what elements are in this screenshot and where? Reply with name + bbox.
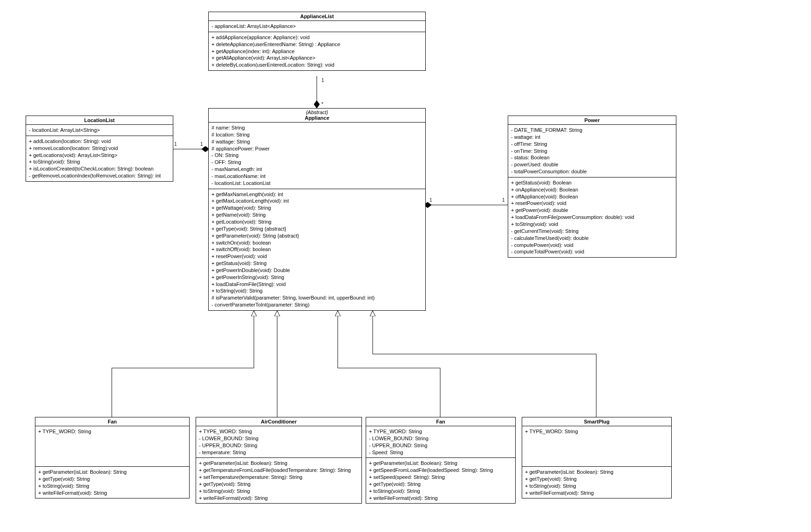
op-row: + getWattage(void): String bbox=[211, 205, 423, 211]
op-row: - convertParameterToInt(parameter: Strin… bbox=[211, 301, 423, 308]
class-appliancelist-title: ApplianceList bbox=[209, 12, 425, 21]
attr-row: - applianceList: ArrayList<Appliance> bbox=[211, 23, 423, 30]
attr-row: # location: String bbox=[211, 131, 423, 138]
op-row: + switchOn(void): boolean bbox=[211, 239, 423, 246]
attr-row: - LOWER_BOUND: String bbox=[199, 435, 359, 442]
class-fan2-title: Fan bbox=[366, 417, 515, 426]
attr-row: # appliancePower: Power bbox=[211, 145, 423, 152]
op-row: + getAppliance(index: int): Appliance bbox=[211, 48, 423, 55]
class-locationlist-attrs: - locationList: ArrayList<String> bbox=[26, 125, 173, 136]
op-row: + getType(void): String {abstract} bbox=[211, 225, 423, 232]
attr-row: # wattage: String bbox=[211, 138, 423, 145]
op-row: + loadDataFromFile(powerConsumption: dou… bbox=[511, 214, 673, 221]
op-row: + getType(void): String bbox=[525, 476, 668, 483]
attr-row: - powerUsed: double bbox=[511, 161, 673, 168]
class-appliancelist: ApplianceList - applianceList: ArrayList… bbox=[208, 12, 426, 71]
op-row: - calculateTimeUsed(void): double bbox=[511, 235, 673, 242]
class-fan1-title: Fan bbox=[35, 417, 189, 426]
class-locationlist: LocationList - locationList: ArrayList<S… bbox=[26, 116, 173, 182]
attr-row: - onTime: String bbox=[511, 148, 673, 155]
class-appliance-stereotype: {Abstract} bbox=[209, 109, 425, 115]
class-fan1-attrs: + TYPE_WORD: String bbox=[35, 426, 189, 467]
op-row: + isLocationCreated(toCheckLocation: Str… bbox=[29, 165, 170, 172]
op-row: + getLocation(void): String bbox=[211, 218, 423, 225]
op-row: + getName(void): String bbox=[211, 211, 423, 218]
op-row: + getParameter(isList: Boolean): String bbox=[525, 469, 668, 476]
class-fan2-attrs: + TYPE_WORD: String - LOWER_BOUND: Strin… bbox=[366, 426, 515, 458]
class-locationlist-title: LocationList bbox=[26, 116, 173, 125]
op-row: + getAllAppliance(void): ArrayList<Appli… bbox=[211, 55, 423, 61]
op-row: + removeLocation(location: String):void bbox=[29, 145, 170, 152]
attr-row: - DATE_TIME_FORMAT: String bbox=[511, 127, 673, 134]
op-row: + getSpeedFromLoadFile(loadedSpeed: Stri… bbox=[369, 467, 512, 474]
class-appliancelist-ops: + addAppliance(appliance: Appliance): vo… bbox=[209, 32, 425, 70]
op-row: + toString(void): String bbox=[199, 488, 359, 495]
class-airconditioner-title: AirConditioner bbox=[196, 417, 361, 426]
op-row: + getStatus(void): String bbox=[211, 260, 423, 267]
class-power-attrs: - DATE_TIME_FORMAT: String - wattage: in… bbox=[508, 125, 676, 177]
op-row: + setTemperature(temperature: String): S… bbox=[199, 474, 359, 481]
op-row: + setSpeed(speed: String): String bbox=[369, 474, 512, 481]
mult-locationlist-right: 1 bbox=[174, 142, 177, 147]
op-row: + getParameter(void): String {abstract} bbox=[211, 232, 423, 239]
op-row: + resetPower(void): void bbox=[511, 200, 673, 207]
class-appliance-attrs: # name: String # location: String # watt… bbox=[209, 123, 425, 189]
op-row: + getType(void): String bbox=[369, 481, 512, 488]
op-row: - computeTotalPower(void): void bbox=[511, 248, 673, 255]
op-row: + switchOff(void): boolean bbox=[211, 246, 423, 253]
op-row: + getTemperatureFromLoadFile(loadedTempe… bbox=[199, 467, 359, 474]
attr-row: - status: Boolean bbox=[511, 154, 673, 161]
op-row: + getStatus(void): Boolean bbox=[511, 179, 673, 186]
attr-row: - temperature: String bbox=[199, 449, 359, 456]
attr-row: + TYPE_WORD: String bbox=[199, 428, 359, 435]
attr-row: - locationList: LocationList bbox=[211, 180, 423, 187]
class-appliance: {Abstract} Appliance # name: String # lo… bbox=[208, 108, 426, 311]
attr-row: - maxLocationName: int bbox=[211, 173, 423, 180]
attr-row: - ON: String bbox=[211, 152, 423, 159]
attr-row: - OFF: String bbox=[211, 159, 423, 166]
op-row: + getPower(void): double bbox=[511, 207, 673, 214]
op-row: + toString(void): String bbox=[211, 287, 423, 294]
attr-row: - wattage: int bbox=[511, 134, 673, 141]
op-row: + toString(void): String bbox=[525, 483, 668, 490]
op-row: + writeFileFormat(void): String bbox=[38, 490, 186, 497]
class-power-title: Power bbox=[508, 116, 676, 125]
op-row: + addAppliance(appliance: Appliance): vo… bbox=[211, 34, 423, 41]
op-row: + deleteAppliance(userEnteredName: Strin… bbox=[211, 41, 423, 48]
attr-row: - UPPER_BOUND: String bbox=[369, 442, 512, 449]
class-fan2: Fan + TYPE_WORD: String - LOWER_BOUND: S… bbox=[366, 417, 516, 504]
op-row: # isParameterValid(parameter: String, lo… bbox=[211, 294, 423, 301]
op-row: + getType(void): String bbox=[199, 481, 359, 488]
attr-row: - UPPER_BOUND: String bbox=[199, 442, 359, 449]
class-airconditioner-attrs: + TYPE_WORD: String - LOWER_BOUND: Strin… bbox=[196, 426, 361, 458]
class-smartplug: SmartPlug + TYPE_WORD: String + getParam… bbox=[522, 417, 672, 498]
op-row: + toString(void): String bbox=[38, 483, 186, 490]
op-row: - getRemoveLocationIndex(toRemoveLocatio… bbox=[29, 172, 170, 179]
mult-appliance-top: * bbox=[321, 102, 323, 107]
mult-appliance-left: 1 bbox=[200, 142, 203, 147]
op-row: + writeFileFormat(void): String bbox=[199, 495, 359, 502]
class-power: Power - DATE_TIME_FORMAT: String - watta… bbox=[508, 116, 676, 258]
op-row: + writeFileFormat(void): String bbox=[525, 490, 668, 497]
op-row: - computePower(void): void bbox=[511, 242, 673, 249]
class-appliance-title: Appliance bbox=[209, 115, 425, 122]
op-row: + toString(void): String bbox=[369, 488, 512, 495]
op-row: + getParameter(isList: Boolean): String bbox=[199, 460, 359, 467]
op-row: + getType(void): String bbox=[38, 476, 186, 483]
attr-row: + TYPE_WORD: String bbox=[525, 428, 668, 435]
attr-row: + TYPE_WORD: String bbox=[38, 428, 186, 435]
op-row: + getParameter(isList: Boolean): String bbox=[38, 469, 186, 476]
mult-power-left: 1 bbox=[502, 198, 505, 203]
class-fan1-ops: + getParameter(isList: Boolean): String … bbox=[35, 467, 189, 498]
attr-row: - maxNameLength: int bbox=[211, 166, 423, 173]
attr-row: - totalPowerConsumption: double bbox=[511, 168, 673, 175]
op-row: + toString(void): void bbox=[511, 221, 673, 228]
op-row: + offAppliance(void): Boolean bbox=[511, 193, 673, 200]
attr-row: # name: String bbox=[211, 124, 423, 131]
attr-row: - offTime: String bbox=[511, 141, 673, 148]
op-row: + getLocations(void): ArrayList<String> bbox=[29, 152, 170, 159]
op-row: + deleteByLocation(userEnteredLocation: … bbox=[211, 61, 423, 68]
op-row: + toString(void): String bbox=[29, 158, 170, 165]
op-row: + getMaxLocationLength(void): int bbox=[211, 198, 423, 205]
class-fan1: Fan + TYPE_WORD: String + getParameter(i… bbox=[35, 417, 190, 498]
